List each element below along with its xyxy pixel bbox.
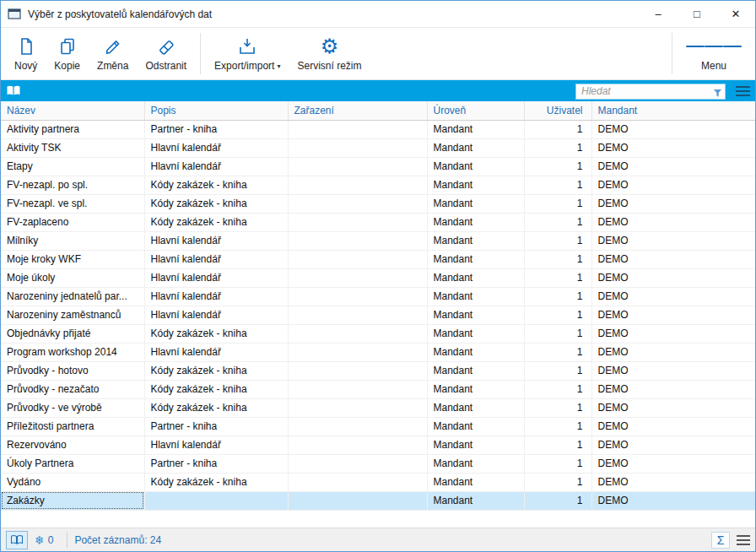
table-cell[interactable]: Hlavní kalendář [144,250,288,268]
new-button[interactable]: Nový [6,28,46,79]
table-cell[interactable] [288,250,427,268]
edit-button[interactable]: Změna [89,28,137,79]
table-cell[interactable]: DEMO [591,176,755,194]
table-row[interactable]: VydánoKódy zakázek - knihaMandant1DEMO [1,473,755,491]
table-cell[interactable]: Zakázky [1,491,144,510]
table-cell[interactable]: Kódy zakázek - kniha [144,213,288,231]
table-row[interactable]: RezervovánoHlavní kalendářMandant1DEMO [1,436,755,454]
table-cell[interactable]: Hlavní kalendář [144,306,288,324]
table-row[interactable]: Aktivity TSKHlavní kalendářMandant1DEMO [1,138,755,157]
column-header[interactable]: Zařazení [288,101,427,120]
table-row[interactable]: EtapyHlavní kalendářMandant1DEMO [1,157,755,176]
table-row[interactable]: Moje úkolyHlavní kalendářMandant1DEMO [1,268,755,287]
table-cell[interactable]: 1 [524,138,591,157]
table-cell[interactable] [288,361,427,380]
table-cell[interactable]: 1 [524,380,591,398]
table-cell[interactable]: Průvodky - ve výrobě [1,398,144,417]
table-cell[interactable]: Narozeniny zaměstnanců [1,306,144,324]
table-cell[interactable]: Aktivity TSK [1,138,144,157]
table-row[interactable]: Průvodky - hotovoKódy zakázek - knihaMan… [1,361,755,380]
table-cell[interactable]: Mandant [427,231,524,250]
table-cell[interactable]: Kódy zakázek - kniha [144,361,288,380]
table-cell[interactable]: Úkoly Partnera [1,454,144,473]
snowflake-icon[interactable]: ❄ [35,533,45,547]
table-cell[interactable] [288,120,427,138]
table-cell[interactable] [288,417,427,436]
delete-button[interactable]: Odstranit [137,28,195,79]
table-row[interactable]: Program workshop 2014Hlavní kalendářMand… [1,343,755,361]
maximize-button[interactable]: □ [678,1,716,27]
table-cell[interactable]: Hlavní kalendář [144,231,288,250]
table-cell[interactable]: Aktivity partnera [1,120,144,138]
table-cell[interactable]: Kódy zakázek - kniha [144,176,288,194]
table-cell[interactable] [288,176,427,194]
table-cell[interactable]: Partner - kniha [144,417,288,436]
table-cell[interactable]: Mandant [427,361,524,380]
table-cell[interactable]: Mandant [427,343,524,361]
table-cell[interactable] [288,343,427,361]
table-cell[interactable] [288,454,427,473]
table-cell[interactable] [288,324,427,343]
table-row[interactable]: Příležitosti partneraPartner - knihaMand… [1,417,755,436]
table-cell[interactable]: Etapy [1,157,144,176]
table-row[interactable]: Průvodky - nezačatoKódy zakázek - knihaM… [1,380,755,398]
table-cell[interactable]: Hlavní kalendář [144,436,288,454]
sum-button[interactable]: Σ [711,532,730,549]
table-cell[interactable]: FV-nezapl. ve spl. [1,194,144,213]
export-import-button[interactable]: Export/import ▾ [206,28,289,79]
table-cell[interactable]: 1 [524,361,591,380]
table-cell[interactable]: 1 [524,157,591,176]
table-cell[interactable]: Mandant [427,194,524,213]
table-cell[interactable]: Mandant [427,398,524,417]
table-cell[interactable]: Mandant [427,436,524,454]
table-cell[interactable] [288,268,427,287]
column-header[interactable]: Uživatel [524,101,591,120]
table-cell[interactable]: 1 [524,491,591,510]
table-cell[interactable]: Mandant [427,157,524,176]
table-cell[interactable]: FV-nezapl. po spl. [1,176,144,194]
table-cell[interactable]: 1 [524,436,591,454]
table-cell[interactable]: DEMO [591,194,755,213]
table-cell[interactable]: DEMO [591,454,755,473]
table-cell[interactable]: 1 [524,306,591,324]
table-row[interactable]: Narozeniny jednatelů par...Hlavní kalend… [1,287,755,306]
table-cell[interactable]: 1 [524,324,591,343]
table-cell[interactable]: Kódy zakázek - kniha [144,194,288,213]
table-cell[interactable]: DEMO [591,361,755,380]
statusbar-menu-icon[interactable] [737,533,750,548]
table-cell[interactable] [288,287,427,306]
table-cell[interactable]: Hlavní kalendář [144,268,288,287]
table-cell[interactable]: DEMO [591,250,755,268]
table-cell[interactable]: Hlavní kalendář [144,157,288,176]
table-row[interactable]: ZakázkyMandant1DEMO [1,491,755,510]
service-mode-button[interactable]: ⚙ Servisní režim [289,28,370,79]
table-cell[interactable]: Mandant [427,176,524,194]
table-row[interactable]: Moje kroky WKFHlavní kalendářMandant1DEM… [1,250,755,268]
column-header[interactable]: Úroveň [427,101,524,120]
table-cell[interactable]: Program workshop 2014 [1,343,144,361]
table-cell[interactable]: DEMO [591,213,755,231]
table-cell[interactable]: Milníky [1,231,144,250]
table-cell[interactable]: Rezervováno [1,436,144,454]
column-header[interactable]: Název [1,101,144,120]
table-cell[interactable]: Mandant [427,380,524,398]
table-cell[interactable]: DEMO [591,380,755,398]
table-cell[interactable]: Průvodky - nezačato [1,380,144,398]
table-cell[interactable]: 1 [524,268,591,287]
table-cell[interactable]: Kódy zakázek - kniha [144,324,288,343]
table-cell[interactable]: Kódy zakázek - kniha [144,380,288,398]
table-cell[interactable] [288,380,427,398]
table-cell[interactable] [288,306,427,324]
table-cell[interactable]: Mandant [427,306,524,324]
table-cell[interactable]: Hlavní kalendář [144,138,288,157]
table-cell[interactable]: Hlavní kalendář [144,343,288,361]
column-header[interactable]: Mandant [591,101,755,120]
table-cell[interactable]: DEMO [591,157,755,176]
table-cell[interactable] [288,491,427,510]
table-cell[interactable]: Mandant [427,454,524,473]
table-cell[interactable]: DEMO [591,268,755,287]
table-cell[interactable] [144,491,288,510]
table-cell[interactable]: DEMO [591,138,755,157]
table-cell[interactable]: DEMO [591,417,755,436]
table-row[interactable]: Aktivity partneraPartner - knihaMandant1… [1,120,755,138]
